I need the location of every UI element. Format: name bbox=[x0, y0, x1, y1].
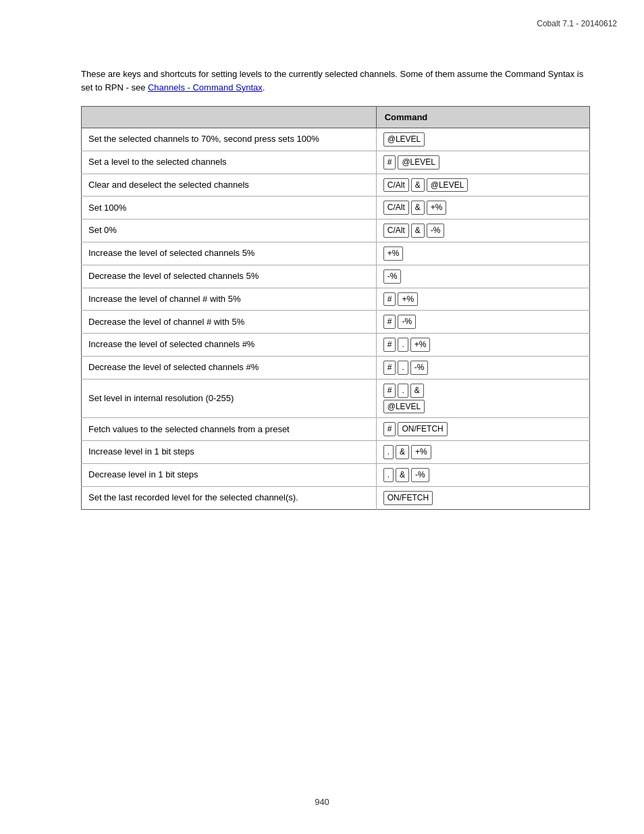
row-command: C/Alt&-% bbox=[376, 219, 589, 242]
table-row: Set level in internal resolution (0-255)… bbox=[82, 379, 590, 418]
key-badge: ON/FETCH bbox=[383, 491, 433, 505]
key-badge: # bbox=[383, 155, 396, 170]
shortcuts-table: Command Set the selected channels to 70%… bbox=[81, 106, 590, 510]
key-badge: +% bbox=[411, 445, 431, 459]
row-command: #.-% bbox=[376, 356, 589, 379]
row-command: #.&@LEVEL bbox=[376, 379, 589, 418]
row-command: C/Alt&+% bbox=[376, 197, 589, 219]
table-row: Set 0%C/Alt&-% bbox=[82, 219, 590, 242]
row-description: Clear and deselect the selected channels bbox=[82, 174, 377, 197]
row-description: Set level in internal resolution (0-255) bbox=[82, 379, 377, 418]
key-combo-wrap: C/Alt&@LEVEL bbox=[383, 178, 583, 192]
table-row: Increase the level of selected channels … bbox=[82, 242, 590, 265]
key-badge: # bbox=[383, 422, 396, 436]
page-number: 940 bbox=[315, 797, 329, 807]
row-description: Fetch values to the selected channels fr… bbox=[82, 418, 377, 441]
key-badge: C/Alt bbox=[383, 201, 409, 215]
key-badge: +% bbox=[383, 246, 404, 261]
key-badge: -% bbox=[383, 269, 402, 284]
key-badge: & bbox=[396, 468, 409, 482]
row-command: +% bbox=[376, 242, 589, 265]
row-description: Increase the level of channel # with 5% bbox=[82, 288, 377, 311]
key-badge: & bbox=[410, 384, 424, 398]
channels-command-syntax-link[interactable]: Channels - Command Syntax bbox=[148, 82, 263, 93]
row-description: Set 100% bbox=[82, 197, 377, 219]
key-badge: +% bbox=[410, 338, 431, 352]
key-combo-wrap: C/Alt&+% bbox=[383, 201, 583, 215]
key-badge: -% bbox=[410, 361, 429, 375]
key-combo-wrap: #.+% bbox=[383, 338, 583, 352]
key-combo-wrap: #@LEVEL bbox=[383, 155, 583, 170]
row-command: #@LEVEL bbox=[376, 151, 589, 174]
table-row: Increase the level of selected channels … bbox=[82, 334, 590, 357]
row-command: #.+% bbox=[376, 334, 589, 357]
table-row: Set 100%C/Alt&+% bbox=[82, 197, 590, 219]
row-command: @LEVEL bbox=[376, 128, 589, 151]
key-badge: -% bbox=[398, 315, 416, 329]
key-badge: # bbox=[383, 384, 396, 398]
row-description: Set 0% bbox=[82, 219, 377, 242]
key-combo-wrap: #ON/FETCH bbox=[383, 422, 583, 436]
row-command: .&-% bbox=[376, 463, 589, 486]
table-row: Decrease the level of channel # with 5%#… bbox=[82, 311, 590, 334]
row-command: .&+% bbox=[376, 441, 589, 464]
key-badge: +% bbox=[427, 201, 447, 215]
row-description: Set a level to the selected channels bbox=[82, 151, 377, 174]
row-command: ON/FETCH bbox=[376, 486, 589, 509]
key-badge: -% bbox=[427, 224, 445, 238]
key-badge: @LEVEL bbox=[383, 400, 425, 414]
key-combo-wrap: @LEVEL bbox=[383, 132, 583, 147]
row-description: Increase the level of selected channels … bbox=[82, 242, 377, 265]
row-description: Set the selected channels to 70%, second… bbox=[82, 128, 377, 151]
table-row: Set a level to the selected channels#@LE… bbox=[82, 151, 590, 174]
key-badge: . bbox=[383, 468, 394, 482]
row-command: #+% bbox=[376, 288, 589, 311]
key-badge: . bbox=[383, 445, 394, 459]
row-command: #-% bbox=[376, 311, 589, 334]
table-row: Increase level in 1 bit steps.&+% bbox=[82, 441, 590, 464]
row-description: Decrease the level of selected channels … bbox=[82, 265, 377, 288]
table-row: Set the selected channels to 70%, second… bbox=[82, 128, 590, 151]
row-description: Increase level in 1 bit steps bbox=[82, 441, 377, 464]
table-row: Increase the level of channel # with 5%#… bbox=[82, 288, 590, 311]
row-command: C/Alt&@LEVEL bbox=[376, 174, 589, 197]
key-badge: & bbox=[411, 178, 425, 192]
row-description: Decrease the level of channel # with 5% bbox=[82, 311, 377, 334]
key-badge: & bbox=[396, 445, 409, 459]
table-row: Decrease the level of selected channels … bbox=[82, 265, 590, 288]
key-combo-wrap: C/Alt&-% bbox=[383, 224, 583, 238]
page-header: Cobalt 7.1 - 20140612 bbox=[537, 19, 617, 28]
table-row: Decrease the level of selected channels … bbox=[82, 356, 590, 379]
key-combo-wrap: -% bbox=[383, 269, 583, 284]
key-badge: -% bbox=[411, 468, 429, 482]
row-description: Set the last recorded level for the sele… bbox=[82, 486, 377, 509]
key-badge: # bbox=[383, 315, 396, 329]
key-badge: # bbox=[383, 292, 396, 307]
key-badge: & bbox=[411, 224, 425, 238]
table-row: Set the last recorded level for the sele… bbox=[82, 486, 590, 509]
key-badge: # bbox=[383, 361, 396, 375]
col-desc-header bbox=[82, 107, 377, 128]
key-badge: @LEVEL bbox=[398, 155, 439, 170]
row-description: Decrease the level of selected channels … bbox=[82, 356, 377, 379]
key-badge: ON/FETCH bbox=[398, 422, 447, 436]
key-badge: . bbox=[398, 384, 408, 398]
page-content: These are keys and shortcuts for setting… bbox=[81, 68, 590, 510]
key-combo-wrap: .&-% bbox=[383, 468, 583, 482]
key-combo-wrap: #-% bbox=[383, 315, 583, 329]
row-description: Decrease level in 1 bit steps bbox=[82, 463, 377, 486]
key-badge: C/Alt bbox=[383, 178, 409, 192]
key-badge: +% bbox=[398, 292, 418, 307]
table-row: Clear and deselect the selected channels… bbox=[82, 174, 590, 197]
table-row: Fetch values to the selected channels fr… bbox=[82, 418, 590, 441]
key-combo-wrap: #.-% bbox=[383, 361, 583, 375]
key-combo-wrap: .&+% bbox=[383, 445, 583, 459]
key-badge: C/Alt bbox=[383, 224, 409, 238]
key-combo-wrap: +% bbox=[383, 246, 583, 261]
key-badge: & bbox=[411, 201, 425, 215]
row-command: -% bbox=[376, 265, 589, 288]
key-combo-wrap: ON/FETCH bbox=[383, 491, 583, 505]
key-badge: @LEVEL bbox=[383, 132, 425, 147]
key-combo-wrap: #+% bbox=[383, 292, 583, 307]
key-badge: . bbox=[398, 361, 408, 375]
